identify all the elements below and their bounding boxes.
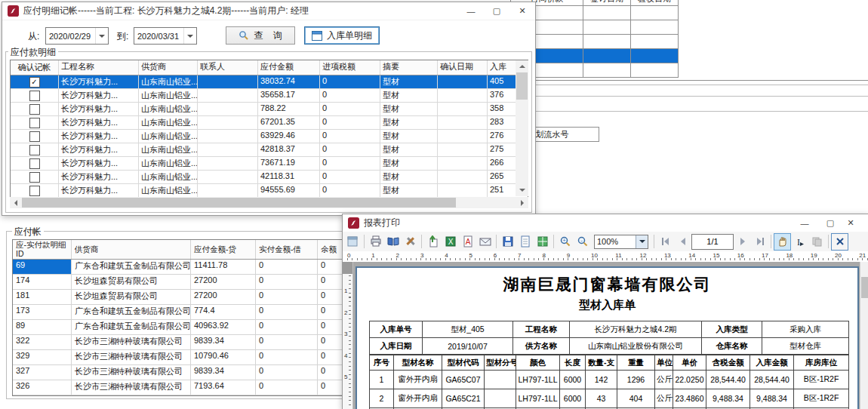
column-header: 型材代码 bbox=[442, 355, 485, 371]
tools-icon[interactable] bbox=[402, 233, 419, 251]
column-header[interactable]: 确认记帐 bbox=[11, 60, 59, 75]
from-date-combo[interactable]: 2020/02/29 bbox=[45, 27, 109, 45]
save-icon[interactable] bbox=[499, 233, 516, 251]
scrollbar-thumb[interactable] bbox=[861, 277, 868, 298]
cell bbox=[485, 389, 516, 408]
column-header[interactable]: 进项税额 bbox=[320, 60, 380, 75]
checkbox[interactable] bbox=[29, 158, 40, 169]
excel-export-icon[interactable]: X bbox=[442, 233, 459, 251]
minimize-button[interactable]: — bbox=[792, 214, 817, 232]
table-row[interactable] bbox=[511, 20, 679, 35]
text-select-tool-icon[interactable]: I bbox=[791, 233, 808, 251]
checkbox[interactable] bbox=[29, 118, 40, 128]
grid-vertical-scrollbar[interactable] bbox=[516, 60, 528, 196]
column-header[interactable]: 应付金额-贷 bbox=[191, 240, 256, 259]
column-header[interactable]: 应付金额 bbox=[258, 60, 320, 75]
cell: 42118.31 bbox=[258, 171, 320, 183]
titlebar[interactable]: 应付明细记帐------当前工程: 长沙万科魅力之城4.2期------当前用户… bbox=[2, 2, 535, 20]
ruler-number: 7 bbox=[518, 252, 521, 259]
close-button[interactable]: ✕ bbox=[509, 2, 535, 20]
grid-horizontal-scrollbar[interactable] bbox=[10, 197, 528, 208]
checkbox[interactable]: ✓ bbox=[29, 77, 40, 88]
column-header: 含税金额 bbox=[706, 355, 750, 371]
minimize-button[interactable]: — bbox=[458, 2, 484, 20]
titlebar[interactable]: 报表打印 — ▢ ✕ bbox=[343, 214, 868, 232]
page-icon[interactable] bbox=[516, 233, 534, 251]
table-row[interactable] bbox=[511, 63, 679, 78]
next-page-icon[interactable] bbox=[734, 233, 751, 251]
column-header[interactable]: 入库 bbox=[488, 60, 514, 75]
zoom-combo[interactable]: 100% bbox=[594, 235, 648, 249]
column-header[interactable]: 供货商 bbox=[72, 240, 191, 259]
scrollbar-thumb[interactable] bbox=[22, 198, 456, 208]
query-button[interactable]: 查 询 bbox=[226, 26, 295, 45]
export-icon[interactable] bbox=[424, 233, 442, 251]
pdf-export-icon[interactable]: A bbox=[459, 233, 476, 251]
column-header[interactable]: 联系人 bbox=[198, 60, 258, 75]
column-header[interactable]: 供货商 bbox=[139, 60, 198, 75]
column-header[interactable]: 摘要 bbox=[380, 60, 438, 75]
zoom-out-icon[interactable]: - bbox=[574, 233, 591, 251]
cell: 69 bbox=[13, 260, 72, 274]
checkbox[interactable] bbox=[29, 131, 40, 142]
mail-icon[interactable] bbox=[476, 233, 494, 251]
cell: 73671.19 bbox=[258, 157, 320, 170]
table-row[interactable]: 长沙万科魅力...山东南山铝业...63929.460型材276 bbox=[11, 130, 528, 143]
last-page-icon[interactable] bbox=[751, 233, 768, 251]
close-button[interactable]: ✕ bbox=[843, 214, 858, 232]
column-header[interactable]: 验收日期 bbox=[631, 0, 679, 6]
open-book-icon[interactable] bbox=[384, 233, 402, 251]
scrollbar-thumb[interactable] bbox=[516, 72, 528, 100]
scroll-left-button[interactable] bbox=[10, 197, 21, 208]
copy-icon[interactable] bbox=[808, 233, 826, 251]
scroll-down-button[interactable] bbox=[516, 185, 528, 196]
print-icon[interactable] bbox=[367, 233, 384, 251]
zoom-in-icon[interactable]: + bbox=[556, 233, 574, 251]
checkbox[interactable] bbox=[29, 186, 40, 196]
checkbox[interactable] bbox=[29, 91, 40, 101]
table-row[interactable]: 长沙万科魅力...山东南山铝业...42118.310型材265 bbox=[11, 171, 528, 184]
page-indicator-input[interactable] bbox=[691, 234, 734, 250]
hand-tool-icon[interactable] bbox=[774, 233, 791, 251]
scroll-up-button[interactable] bbox=[516, 60, 528, 72]
column-header[interactable]: 签订日期 bbox=[583, 0, 631, 6]
table-row[interactable]: ✓长沙万科魅力...山东南山铝业...38032.740型材405 bbox=[11, 75, 528, 89]
table-row[interactable] bbox=[511, 49, 679, 63]
cell bbox=[631, 6, 679, 20]
info-value: 长沙万科魅力之城4.2期 bbox=[570, 321, 702, 338]
maximize-button[interactable]: ▢ bbox=[484, 2, 509, 20]
column-header[interactable]: 实付金额-借 bbox=[256, 240, 318, 259]
vertical-ruler: 12345 bbox=[343, 262, 353, 409]
table-row[interactable]: 长沙万科魅力...山东南山铝业...67201.350型材283 bbox=[11, 116, 528, 130]
maximize-button[interactable]: ▢ bbox=[817, 214, 843, 232]
first-page-icon[interactable] bbox=[657, 233, 674, 251]
chevron-down-icon[interactable] bbox=[183, 28, 196, 44]
designer-icon[interactable] bbox=[344, 233, 362, 251]
inbound-detail-button[interactable]: 入库单明细 bbox=[304, 26, 380, 45]
previous-page-icon[interactable] bbox=[674, 233, 691, 251]
cell: 型材 bbox=[380, 89, 438, 102]
checkbox[interactable] bbox=[29, 104, 40, 115]
column-header[interactable]: 应-实付款明细ID bbox=[13, 240, 72, 259]
column-header[interactable]: 工程名称 bbox=[59, 60, 139, 75]
to-date-combo[interactable]: 2020/03/31 bbox=[134, 27, 197, 45]
close-preview-icon[interactable] bbox=[831, 233, 848, 251]
scroll-right-button[interactable] bbox=[517, 197, 528, 208]
column-header[interactable]: 确认日期 bbox=[438, 60, 488, 75]
table-row[interactable]: 长沙万科魅力...山东南山铝业...73671.190型材266 bbox=[11, 157, 528, 171]
table-row[interactable]: 长沙万科魅力...山东南山铝业...94555.690型材251 bbox=[11, 184, 528, 198]
query-button-label: 查 询 bbox=[254, 29, 282, 42]
table-row[interactable]: 长沙万科魅力...山东南山铝业...788.220型材358 bbox=[11, 103, 528, 116]
chevron-down-icon[interactable] bbox=[95, 28, 108, 44]
checkbox[interactable] bbox=[29, 172, 40, 183]
table-row[interactable] bbox=[511, 6, 679, 20]
chevron-down-icon[interactable] bbox=[636, 235, 648, 248]
table-row[interactable]: 长沙万科魅力...山东南山铝业...42818.370型材275 bbox=[11, 143, 528, 157]
grid-view-icon[interactable] bbox=[534, 233, 551, 251]
payable-detail-grid[interactable]: 确认记帐工程名称供货商联系人应付金额进项税额摘要确认日期入库✓长沙万科魅力...… bbox=[10, 60, 528, 198]
checkbox[interactable] bbox=[29, 145, 40, 155]
cell: 长沙万科魅力... bbox=[59, 75, 139, 88]
preview-vertical-scrollbar[interactable] bbox=[860, 262, 868, 409]
table-row[interactable]: 长沙万科魅力...山东南山铝业...35658.170型材376 bbox=[11, 89, 528, 103]
table-row[interactable] bbox=[511, 35, 679, 49]
